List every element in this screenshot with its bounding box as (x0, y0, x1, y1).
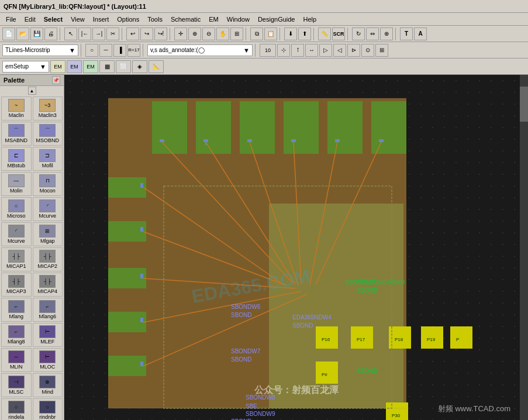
palette-item-mind[interactable]: ⊕ Mind (33, 373, 63, 397)
canvas-area[interactable]: P16 P17 P18 P19 P P# P30 P P EDA365.COM … (64, 75, 528, 420)
menu-file[interactable]: File (2, 15, 20, 24)
r17-btn[interactable]: R=17 (127, 44, 140, 57)
export-btn[interactable]: ⬆ (298, 27, 311, 40)
em1-btn[interactable]: EM (50, 60, 65, 73)
snap1-btn[interactable]: ⊹ (277, 44, 290, 57)
component-dropdown[interactable]: v,s ads_annotate:(◯ ▼ (147, 44, 253, 56)
redo-btn[interactable]: ↪ (140, 27, 153, 40)
scrollbar-thumb[interactable] (520, 87, 528, 122)
menu-help[interactable]: Help (299, 15, 320, 24)
palette-item-micap2[interactable]: ┤├ MICAP2 (33, 247, 63, 271)
menu-window[interactable]: Window (223, 15, 253, 24)
print-button[interactable]: 🖨 (44, 27, 57, 40)
palette-item-mlang6[interactable]: ⌐ Mlang6 (33, 298, 63, 322)
emsetup-arrow[interactable]: ▼ (40, 63, 46, 70)
draw-circle-btn[interactable]: ○ (85, 44, 98, 57)
substrate-btn[interactable]: ⬜ (116, 60, 131, 73)
move-left-btn[interactable]: |← (78, 27, 91, 40)
crosshair-btn[interactable]: ✛ (174, 27, 187, 40)
new-button[interactable]: 📄 (2, 27, 15, 40)
menu-em[interactable]: EM (205, 15, 222, 24)
menu-schematic[interactable]: Schematic (167, 15, 204, 24)
menu-tools[interactable]: Tools (144, 15, 166, 24)
palette-item-maclin[interactable]: ~ Maclin (1, 97, 32, 121)
menu-select[interactable]: Select (40, 15, 66, 24)
save-button[interactable]: 💾 (30, 27, 43, 40)
undo-btn[interactable]: ↩ (126, 27, 139, 40)
palette-item-molin[interactable]: — Molin (1, 172, 32, 196)
move-right-btn[interactable]: →| (92, 27, 105, 40)
select-arrow[interactable]: ↖ (64, 27, 77, 40)
palette-pin-btn[interactable]: 📌 (52, 76, 60, 84)
palette-item-microso[interactable]: ○ Microso (1, 197, 32, 221)
ruler-h-btn[interactable]: ↔ (305, 44, 318, 57)
paste-btn[interactable]: 📋 (264, 27, 277, 40)
text-btn[interactable]: T (400, 27, 413, 40)
rotate-btn[interactable]: ↻ (352, 27, 365, 40)
palette-item-rindela[interactable]: ○ rindela (1, 398, 32, 420)
marker3-btn[interactable]: ⊳ (347, 44, 360, 57)
zoom-fit-btn[interactable]: ⊞ (230, 27, 243, 40)
palette-item-rindnbr[interactable]: ○ rindnbr (33, 398, 63, 420)
palette-item-mlgap[interactable]: ⊞ Mlgap (33, 222, 63, 246)
cut-btn[interactable]: ✂ (106, 27, 119, 40)
pin-btn[interactable]: ▷ (319, 44, 332, 57)
copy-btn[interactable]: ⧉ (250, 27, 263, 40)
menu-options[interactable]: Options (113, 15, 143, 24)
zoom-in-btn[interactable]: ⊕ (188, 27, 201, 40)
layer-vis-btn[interactable]: ▦ (99, 60, 115, 73)
mirror-h-btn[interactable]: ⇔ (366, 27, 379, 40)
layer-dropdown[interactable]: TLines-Microstrip ▼ (2, 44, 78, 56)
menu-view[interactable]: View (67, 15, 88, 24)
snap2-btn[interactable]: ⊺ (291, 44, 304, 57)
redo2-btn[interactable]: ↪! (154, 27, 167, 40)
em2-btn[interactable]: EM (67, 60, 82, 73)
palette-item-maclin3[interactable]: ~3 Maclin3 (33, 97, 63, 121)
zoom-out-btn[interactable]: ⊖ (202, 27, 215, 40)
pin2-btn[interactable]: ◁ (333, 44, 346, 57)
palette-item-micap3[interactable]: ┤├ MICAP3 (1, 273, 32, 297)
annotation-btn[interactable]: A (414, 27, 427, 40)
layer-dropdown-arrow[interactable]: ▼ (69, 47, 75, 54)
palette-item-mocon[interactable]: ⊓ Mocon (33, 172, 63, 196)
draw-bar-btn[interactable]: ▐ (113, 44, 126, 57)
palette-item-micap4[interactable]: ┤├ MICAP4 (33, 273, 63, 297)
palette-item-mbstub[interactable]: ⊏ MBstub (1, 147, 32, 171)
micap3-icon: ┤├ (8, 275, 25, 288)
em3-btn[interactable]: EM (83, 60, 98, 73)
rindnbr-icon: ○ (39, 401, 56, 414)
palette-item-mlin[interactable]: ─ MLIN (1, 348, 32, 372)
zoom-num-btn[interactable]: 10 (260, 44, 276, 57)
palette-item-mcurve2[interactable]: ◜ Mcurve (1, 222, 32, 246)
palette-item-mlang[interactable]: ⌐ Mlang (1, 298, 32, 322)
measure-btn[interactable]: 📏 (318, 27, 331, 40)
micap1-label: MICAP1 (6, 263, 26, 269)
palette-item-mlef[interactable]: ⊢ MLEF (33, 323, 63, 347)
menu-edit[interactable]: Edit (21, 15, 39, 24)
palette-item-mlsc[interactable]: ⊣ MLSC (1, 373, 32, 397)
script-btn[interactable]: SCR (332, 27, 345, 40)
snap-btn[interactable]: ⊕ (380, 27, 393, 40)
pan-btn[interactable]: ✋ (216, 27, 229, 40)
globe-btn[interactable]: ⊙ (361, 44, 374, 57)
ds-btn[interactable]: ◈ (132, 60, 147, 73)
grid2-btn[interactable]: ⊞ (375, 44, 388, 57)
emsetup-dropdown[interactable]: emSetup ▼ (2, 61, 49, 73)
draw-line-btn[interactable]: ─ (99, 44, 112, 57)
palette-item-mofil[interactable]: ⊐ Mofil (33, 147, 63, 171)
palette-item-mloc[interactable]: ⊢ MLOC (33, 348, 63, 372)
palette-item-mcurve[interactable]: ◜ Mcurve (33, 197, 63, 221)
component-dropdown-arrow[interactable]: ▼ (243, 47, 250, 54)
menu-designguide[interactable]: DesignGuide (254, 15, 299, 24)
palette-item-mlang8[interactable]: ⌐ Mlang8 (1, 323, 32, 347)
measure2-btn[interactable]: 📐 (149, 60, 164, 73)
scrollbar-vertical[interactable] (520, 75, 528, 420)
open-button[interactable]: 📂 (16, 27, 29, 40)
palette-item-micap1[interactable]: ┤├ MICAP1 (1, 247, 32, 271)
palette-item-msabnd[interactable]: ⌒ MSABND (1, 122, 32, 146)
svg-text:SBOND: SBOND (231, 356, 252, 363)
palette-scroll-up[interactable]: ▲ (28, 87, 36, 95)
menu-insert[interactable]: Insert (89, 15, 113, 24)
palette-item-msobnd[interactable]: ⌒ MSOBND (33, 122, 63, 146)
import-btn[interactable]: ⬇ (284, 27, 297, 40)
